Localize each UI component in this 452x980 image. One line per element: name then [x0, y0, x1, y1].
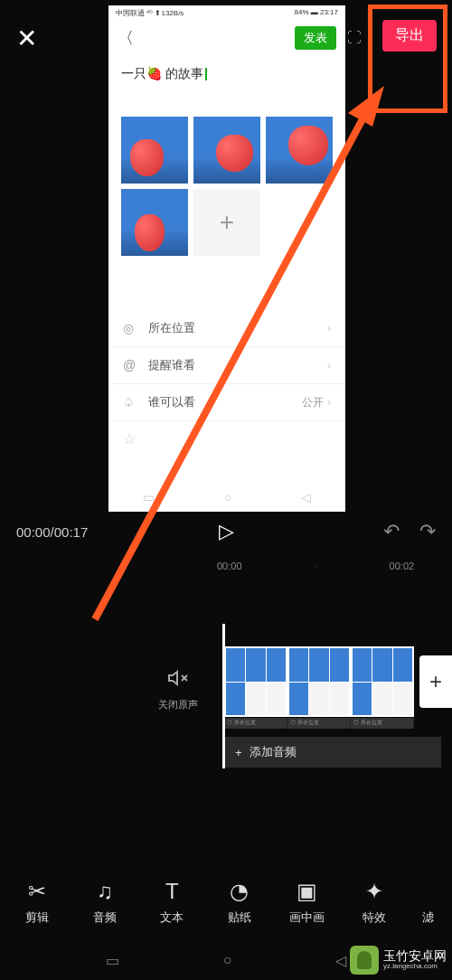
person-icon: ♤	[123, 395, 139, 410]
clip-caption-track: ◎ 所在位置 ◎ 所在位置 ◎ 所在位置	[224, 718, 414, 729]
tool-sticker[interactable]: ◔ 贴纸	[212, 880, 267, 926]
redo-button[interactable]: ↷	[419, 520, 436, 543]
time-display: 00:00/00:17	[16, 524, 88, 540]
chevron-right-icon: ›	[327, 322, 331, 335]
add-image-button: +	[193, 189, 260, 256]
plus-icon: +	[235, 746, 242, 759]
text-icon: T	[165, 880, 179, 903]
favorite-icon: ☆	[108, 421, 345, 457]
add-clip-button[interactable]: +	[419, 655, 452, 708]
nav-recent-icon[interactable]: ▭	[106, 952, 119, 969]
video-clip[interactable]	[224, 646, 414, 717]
mute-original-button[interactable]: 关闭原声	[158, 667, 198, 711]
effects-icon: ✦	[365, 880, 383, 903]
speaker-mute-icon	[158, 667, 198, 694]
status-right: 84% ▬ 23:17	[295, 8, 338, 18]
watermark-logo	[350, 946, 379, 975]
nav-back-icon: ◁	[301, 490, 311, 504]
tool-audio[interactable]: ♫ 音频	[78, 880, 132, 926]
image-thumb	[121, 117, 188, 184]
nav-home-icon[interactable]: ○	[223, 952, 232, 968]
image-grid: +	[108, 90, 345, 265]
tool-text[interactable]: T 文本	[145, 880, 199, 926]
undo-button[interactable]: ↶	[383, 520, 400, 543]
maximize-icon: ⛶	[347, 30, 362, 46]
playhead[interactable]	[222, 624, 225, 768]
watermark-name: 玉竹安卓网	[383, 949, 447, 963]
nav-recent-icon: ▭	[143, 490, 155, 504]
image-thumb	[193, 117, 260, 184]
close-button[interactable]: ✕	[16, 24, 37, 53]
location-option: ◎ 所在位置 ›	[108, 310, 345, 347]
watermark: 玉竹安卓网 yz.langecha.com	[350, 946, 447, 975]
tool-pip[interactable]: ▣ 画中画	[280, 880, 334, 926]
post-title-input: 一只🍓 的故事	[108, 55, 345, 90]
pip-icon: ▣	[297, 880, 317, 903]
tool-edit[interactable]: ✂ 剪辑	[10, 880, 64, 926]
scissors-icon: ✂	[28, 880, 46, 903]
location-icon: ◎	[123, 321, 139, 335]
publish-button: 发表	[295, 26, 336, 50]
status-left: 中国联通 ⁴ᴳ ⬆132B/s	[116, 8, 184, 18]
image-thumb	[266, 117, 333, 184]
tool-effects[interactable]: ✦ 特效	[347, 880, 401, 926]
add-audio-track[interactable]: + 添加音频	[224, 737, 441, 768]
sticker-icon: ◔	[230, 880, 249, 903]
timeline-ruler: 00:00 · 00:02 ·	[0, 561, 452, 571]
chevron-right-icon: ›	[327, 359, 331, 372]
bottom-toolbar: ✂ 剪辑 ♫ 音频 T 文本 ◔ 贴纸 ▣ 画中画 ✦ 特效 滤	[0, 869, 452, 937]
phone-preview-screen: 中国联通 ⁴ᴳ ⬆132B/s 84% ▬ 23:17 〈 发表 ⛶ 一只🍓 的…	[108, 5, 345, 512]
back-arrow-icon: 〈	[118, 27, 134, 49]
image-thumb	[121, 189, 188, 256]
chevron-right-icon: ›	[327, 396, 331, 409]
watermark-url: yz.langecha.com	[383, 963, 447, 971]
music-icon: ♫	[97, 880, 113, 903]
timeline[interactable]: 关闭原声 ◎ 所在位置 ◎ 所在位置 ◎ 所在位置 + + 添加音频	[0, 624, 452, 768]
mention-icon: @	[123, 358, 139, 372]
privacy-option: ♤ 谁可以看 公开 ›	[108, 384, 345, 421]
play-button[interactable]: ▷	[219, 520, 234, 543]
mention-option: @ 提醒谁看 ›	[108, 347, 345, 384]
export-button[interactable]: 导出	[382, 20, 437, 52]
nav-home-icon: ○	[224, 490, 231, 504]
nav-back-icon[interactable]: ◁	[335, 952, 346, 969]
tool-filter[interactable]: 滤	[415, 880, 442, 926]
